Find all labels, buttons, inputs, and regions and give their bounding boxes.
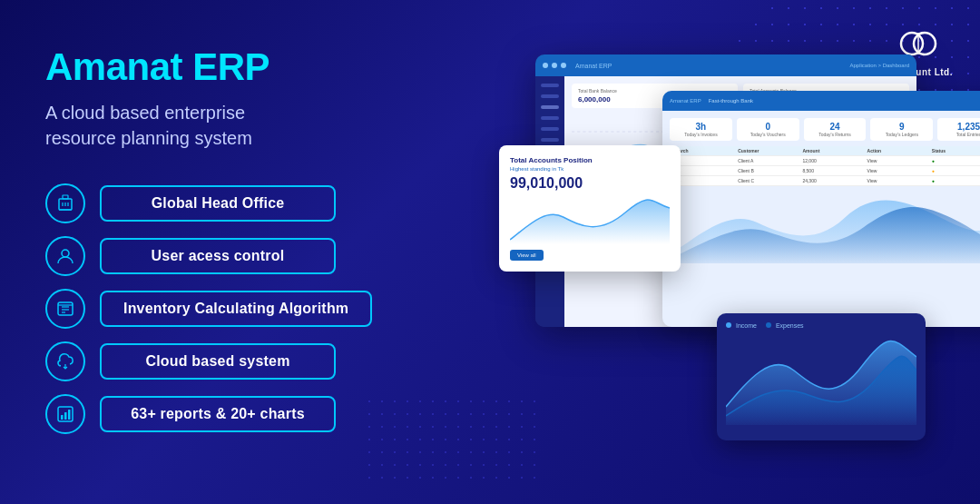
acc-title: Total Accounts Position <box>510 156 670 164</box>
chart-legend: Income Expenses <box>726 322 916 329</box>
stat-ledgers: 9 Today's Ledgers <box>870 118 933 141</box>
stat-returns-label: Today's Returns <box>809 132 861 137</box>
reports-charts-label: 63+ reports & 20+ charts <box>100 396 336 432</box>
table-row: 003Client C24,300View● <box>670 176 980 186</box>
brand-subtitle: A cloud based enterpriseresource plannin… <box>45 100 463 151</box>
account-position-card: Total Accounts Position Highest standing… <box>499 145 681 272</box>
inventory-algorithm-label: Inventory Calculating Algorithm <box>100 291 372 327</box>
stat-ledgers-value: 9 <box>876 122 927 132</box>
stat-returns: 24 Today's Returns <box>804 118 867 141</box>
secondary-stats-row: 3h Today's Invoices 0 Today's Vouchers 2… <box>670 118 980 141</box>
bottom-chart-svg <box>726 334 916 425</box>
sidebar-icon-6 <box>541 138 559 142</box>
stat-total-value: 1,235 <box>943 122 980 132</box>
main-topbar: Amanat ERP Application > Dashboard <box>535 54 916 76</box>
legend-income: Income <box>726 322 757 329</box>
stat-returns-value: 24 <box>809 122 861 132</box>
feature-item-cloud: Cloud based system <box>45 341 463 381</box>
cloud-based-label: Cloud based system <box>100 343 336 380</box>
features-list: Global Head Office User acess control <box>45 183 463 434</box>
table-row: 001Client A12,000View● <box>670 156 980 166</box>
sidebar-icon-5 <box>541 127 559 131</box>
secondary-app-name: Amanat ERP <box>670 98 701 104</box>
svg-rect-15 <box>68 410 71 420</box>
stat-total: 1,235 Total Entries <box>937 118 980 141</box>
user-access-label: User acess control <box>100 238 336 274</box>
svg-rect-14 <box>64 412 67 420</box>
cloud-icon <box>45 341 85 381</box>
feature-item-inventory: Inventory Calculating Algorithm <box>45 289 463 329</box>
stat-invoices-value: 3h <box>675 122 727 132</box>
feature-item-reports: 63+ reports & 20+ charts <box>45 394 463 434</box>
stat-invoices-label: Today's Invoices <box>675 132 727 137</box>
topbar-dot1 <box>543 63 548 68</box>
stat-invoices: 3h Today's Invoices <box>670 118 732 141</box>
feature-item-global: Global Head Office <box>45 183 463 223</box>
acc-value: 99,010,000 <box>510 175 670 192</box>
user-icon <box>45 236 85 276</box>
acc-mini-chart <box>510 199 670 244</box>
chart-bar-icon <box>45 394 85 434</box>
secondary-body: 3h Today's Invoices 0 Today's Vouchers 2… <box>662 111 980 271</box>
sidebar-icon-1 <box>541 84 559 87</box>
sidebar-icon-3 <box>541 105 559 109</box>
app-name-bar: Amanat ERP <box>575 63 846 69</box>
legend-dot-income <box>726 322 731 328</box>
mini-table: SearchCustomerAmountActionStatus 001Clie… <box>670 146 980 186</box>
svg-rect-13 <box>61 415 64 420</box>
left-panel: Amanat ERP A cloud based enterpriseresou… <box>45 36 463 434</box>
nav-label: Application > Dashboard <box>849 63 909 68</box>
right-panel: Amanat ERP Fast-through Bank 3h Today's … <box>481 36 935 468</box>
building-icon <box>45 183 85 223</box>
stat-total-label: Total Entries <box>943 132 980 137</box>
view-all-button[interactable]: View all <box>510 250 544 261</box>
sidebar-icon-2 <box>541 94 559 98</box>
stat-ledgers-label: Today's Ledgers <box>876 132 927 137</box>
legend-expenses: Expenses <box>766 322 804 329</box>
table-header: SearchCustomerAmountActionStatus <box>670 146 980 156</box>
feature-item-user: User acess control <box>45 236 463 276</box>
topbar-dot2 <box>552 63 557 68</box>
secondary-topbar: Amanat ERP Fast-through Bank <box>662 91 980 111</box>
svg-rect-7 <box>58 302 73 315</box>
sidebar-icon-4 <box>541 116 559 120</box>
bottom-chart-card: Income Expenses <box>717 313 926 440</box>
legend-dot-expenses <box>766 322 771 328</box>
inventory-icon <box>45 289 85 329</box>
stat-vouchers-value: 0 <box>742 122 794 132</box>
global-head-office-label: Global Head Office <box>100 185 336 222</box>
stat-vouchers: 0 Today's Vouchers <box>737 118 799 141</box>
topbar-dot3 <box>561 63 566 68</box>
stat-vouchers-label: Today's Vouchers <box>742 132 794 137</box>
secondary-chart <box>670 191 980 263</box>
table-row: 002Client B8,500View● <box>670 166 980 176</box>
acc-subtitle: Highest standing in Tk <box>510 166 670 172</box>
dashboard-secondary: Amanat ERP Fast-through Bank 3h Today's … <box>662 91 980 327</box>
brand-title: Amanat ERP <box>45 45 463 89</box>
secondary-nav: Fast-through Bank <box>709 98 753 104</box>
svg-point-6 <box>62 250 69 257</box>
